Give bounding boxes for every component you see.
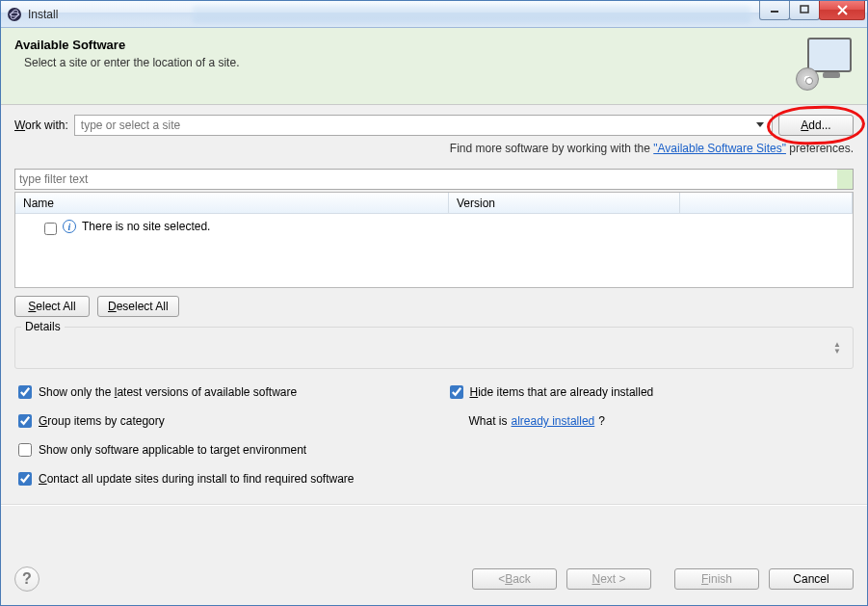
details-label: Details [21, 320, 65, 333]
install-icon [796, 38, 854, 91]
opt-group-category-checkbox[interactable] [18, 414, 32, 428]
cancel-button[interactable]: Cancel [769, 568, 854, 590]
svg-marker-7 [756, 122, 764, 127]
opt-hide-installed-checkbox[interactable] [450, 385, 463, 399]
tree-empty-message: There is no site selected. [82, 220, 210, 233]
finish-button[interactable]: Finish [674, 568, 759, 590]
add-button[interactable]: Add... [778, 115, 854, 136]
column-version[interactable]: Version [449, 193, 680, 213]
available-sites-link[interactable]: "Available Software Sites" [653, 142, 786, 155]
titlebar: Install [1, 1, 867, 28]
eclipse-icon [7, 7, 22, 22]
wizard-footer: ? < Back Next > Finish Cancel [1, 553, 867, 605]
opt-group-category[interactable]: Group items by category [14, 411, 423, 431]
back-button[interactable]: < Back [472, 568, 557, 590]
help-button[interactable]: ? [14, 566, 39, 592]
options-grid: Show only the latest versions of availab… [14, 382, 854, 488]
column-spacer [680, 193, 853, 213]
info-icon: i [63, 220, 76, 233]
work-with-label: Work with: [14, 119, 68, 132]
opt-contact-sites-checkbox[interactable] [18, 472, 32, 486]
maximize-button[interactable] [789, 1, 820, 20]
details-group: Details ▲ ▼ [14, 327, 854, 369]
svg-rect-4 [801, 6, 808, 13]
banner-title: Available Software [14, 38, 796, 52]
dropdown-arrow-icon[interactable] [752, 116, 768, 135]
opt-show-latest-checkbox[interactable] [18, 385, 32, 399]
filter-input[interactable] [15, 172, 837, 186]
opt-target-env[interactable]: Show only software applicable to target … [14, 440, 423, 460]
minimize-button[interactable] [759, 1, 790, 20]
filter-decoration [837, 170, 853, 189]
opt-contact-sites[interactable]: Contact all update sites during install … [14, 469, 854, 488]
close-button[interactable] [819, 1, 865, 20]
window-controls [760, 1, 865, 20]
tree-body: i There is no site selected. [15, 214, 853, 287]
separator [1, 504, 867, 506]
wizard-banner: Available Software Select a site or ente… [1, 28, 867, 105]
select-all-button[interactable]: Select All [14, 296, 90, 317]
opt-show-latest[interactable]: Show only the latest versions of availab… [14, 382, 423, 402]
already-installed-link[interactable]: already installed [512, 414, 595, 428]
work-with-combo[interactable] [74, 115, 773, 136]
software-tree[interactable]: Name Version i There is no site selected… [14, 192, 854, 288]
install-dialog: Install Available Software Select a site… [0, 0, 868, 606]
tree-item-checkbox[interactable] [44, 223, 57, 235]
tree-header: Name Version [15, 193, 853, 214]
work-with-input[interactable] [79, 118, 752, 133]
details-spinner[interactable]: ▲ ▼ [833, 341, 847, 355]
software-sites-hint: Find more software by working with the "… [14, 142, 854, 155]
what-is-installed: What is already installed? [469, 411, 855, 431]
opt-target-env-checkbox[interactable] [18, 443, 32, 457]
titlebar-blur [193, 6, 750, 23]
opt-hide-installed[interactable]: Hide items that are already installed [446, 382, 855, 402]
next-button[interactable]: Next > [566, 568, 651, 590]
chevron-down-icon: ▼ [833, 348, 847, 355]
filter-field[interactable] [14, 169, 854, 190]
deselect-all-button[interactable]: Deselect All [97, 296, 179, 317]
banner-subtitle: Select a site or enter the location of a… [24, 56, 796, 69]
window-title: Install [28, 8, 58, 21]
dialog-body: Work with: Add... Find more software by … [1, 105, 867, 553]
column-name[interactable]: Name [15, 193, 449, 213]
